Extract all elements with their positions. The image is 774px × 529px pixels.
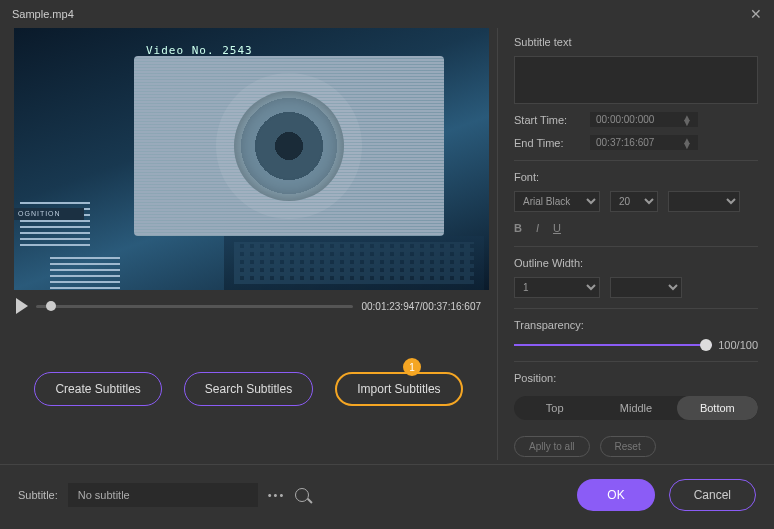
underline-button[interactable]: U <box>553 222 561 234</box>
transparency-value: 100/100 <box>718 339 758 351</box>
position-label: Position: <box>514 372 758 384</box>
ok-button[interactable]: OK <box>577 479 654 511</box>
position-middle[interactable]: Middle <box>595 396 676 420</box>
start-time-label: Start Time: <box>514 114 580 126</box>
font-size-select[interactable]: 20 <box>610 191 658 212</box>
outline-width-label: Outline Width: <box>514 257 758 269</box>
start-time-input[interactable]: 00:00:00:000▲▼ <box>590 112 698 127</box>
search-icon[interactable] <box>295 488 309 502</box>
spinner-icon[interactable]: ▲▼ <box>682 115 692 125</box>
search-subtitles-button[interactable]: Search Subtitles <box>184 372 313 406</box>
position-bottom[interactable]: Bottom <box>677 396 758 420</box>
hud-cognition: OGNITION <box>14 208 84 220</box>
position-toggle[interactable]: Top Middle Bottom <box>514 396 758 420</box>
import-subtitles-button[interactable]: Import Subtitles <box>335 372 462 406</box>
slider-thumb[interactable] <box>700 339 712 351</box>
seek-track[interactable] <box>36 305 353 308</box>
hud-buildings <box>224 236 484 290</box>
window-title: Sample.mp4 <box>12 8 74 20</box>
hud-screen <box>134 56 444 236</box>
seek-thumb[interactable] <box>46 301 56 311</box>
transparency-label: Transparency: <box>514 319 758 331</box>
end-time-input[interactable]: 00:37:16:607▲▼ <box>590 135 698 150</box>
italic-button[interactable]: I <box>536 222 539 234</box>
reset-button[interactable]: Reset <box>600 436 656 457</box>
outline-width-select[interactable]: 1 <box>514 277 600 298</box>
cancel-button[interactable]: Cancel <box>669 479 756 511</box>
subtitle-footer-label: Subtitle: <box>18 489 58 501</box>
video-preview[interactable]: Video No. 2543 OGNITION <box>14 28 489 290</box>
bold-button[interactable]: B <box>514 222 522 234</box>
close-icon[interactable]: ✕ <box>750 6 762 22</box>
subtitle-text-label: Subtitle text <box>514 36 758 48</box>
font-label: Font: <box>514 171 758 183</box>
apply-to-all-button[interactable]: Aplly to all <box>514 436 590 457</box>
step-badge: 1 <box>403 358 421 376</box>
eye-graphic <box>234 91 344 201</box>
transparency-slider[interactable] <box>514 344 712 346</box>
font-color-select[interactable] <box>668 191 740 212</box>
subtitle-select[interactable]: No subtitle <box>68 483 258 507</box>
spinner-icon[interactable]: ▲▼ <box>682 138 692 148</box>
end-time-label: End Time: <box>514 137 580 149</box>
play-icon[interactable] <box>16 298 28 314</box>
position-top[interactable]: Top <box>514 396 595 420</box>
hud-bars <box>20 52 120 262</box>
outline-color-select[interactable] <box>610 277 682 298</box>
subtitle-text-input[interactable] <box>514 56 758 104</box>
time-display: 00:01:23:947/00:37:16:607 <box>361 301 481 312</box>
more-icon[interactable]: ••• <box>268 489 286 501</box>
create-subtitles-button[interactable]: Create Subtitles <box>34 372 161 406</box>
font-family-select[interactable]: Arial Black <box>514 191 600 212</box>
